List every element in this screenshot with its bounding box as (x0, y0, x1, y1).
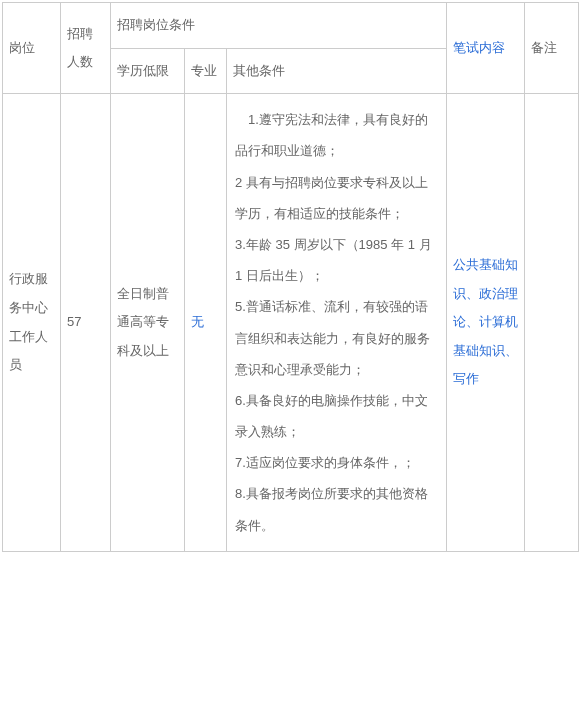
header-other: 其他条件 (227, 48, 447, 94)
cell-exam: 公共基础知识、政治理论、计算机基础知识、写作 (447, 94, 525, 552)
header-position: 岗位 (3, 3, 61, 94)
header-edu: 学历低限 (111, 48, 185, 94)
recruitment-table: 岗位 招聘人数 招聘岗位条件 笔试内容 备注 学历低限 专业 其他条件 行政服务… (2, 2, 579, 552)
cell-other: 1.遵守宪法和法律，具有良好的品行和职业道德；2 具有与招聘岗位要求专科及以上学… (227, 94, 447, 552)
cell-count: 57 (61, 94, 111, 552)
cell-position: 行政服务中心工作人员 (3, 94, 61, 552)
header-conditions: 招聘岗位条件 (111, 3, 447, 49)
header-remark: 备注 (525, 3, 579, 94)
header-count: 招聘人数 (61, 3, 111, 94)
header-exam: 笔试内容 (447, 3, 525, 94)
cell-remark (525, 94, 579, 552)
cell-major: 无 (185, 94, 227, 552)
table-row: 行政服务中心工作人员 57 全日制普通高等专科及以上 无 1.遵守宪法和法律，具… (3, 94, 579, 552)
cell-edu: 全日制普通高等专科及以上 (111, 94, 185, 552)
header-major: 专业 (185, 48, 227, 94)
